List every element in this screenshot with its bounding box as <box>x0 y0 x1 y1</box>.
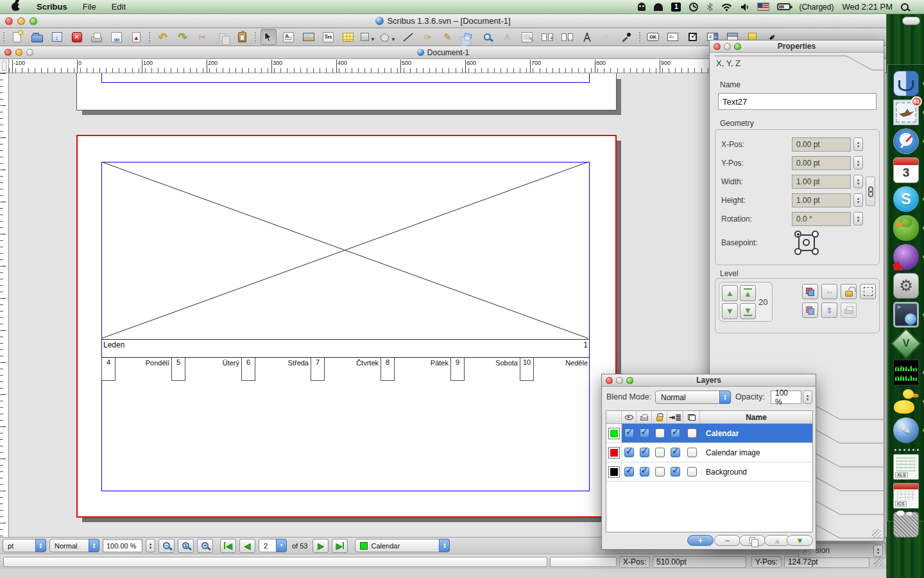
basepoint-widget[interactable] <box>793 229 820 256</box>
page-number-select[interactable]: 2▼ <box>259 539 287 552</box>
ungroup-button[interactable] <box>802 302 818 318</box>
link-width-height-icon[interactable] <box>866 177 875 206</box>
opacity-stepper[interactable]: ▲▼ <box>803 390 812 404</box>
layer-row-calendar-image[interactable]: Calendar image <box>606 443 812 462</box>
insert-polygon-button[interactable]: ▼ <box>380 29 396 45</box>
dock-item-classilla[interactable] <box>893 244 919 270</box>
lock-checkbox[interactable] <box>655 448 665 457</box>
insert-table-button[interactable] <box>340 29 356 45</box>
ruler-origin[interactable] <box>0 59 9 73</box>
dock-item-adium[interactable] <box>893 215 919 241</box>
dock-item-mail[interactable]: 61 <box>893 100 919 125</box>
insert-image-frame-button[interactable] <box>300 29 316 45</box>
layers-titlebar[interactable]: Layers <box>602 374 816 387</box>
layer-name[interactable]: Background <box>700 468 747 477</box>
apple-menu-icon[interactable] <box>12 3 20 11</box>
text-flow-checkbox[interactable] <box>671 467 680 477</box>
basepoint-top-right[interactable] <box>812 231 819 238</box>
window-titlebar[interactable]: Scribus 1.3.6.svn – [Document-1] <box>0 14 886 28</box>
dock-item-network-terminal[interactable] <box>893 302 919 328</box>
dock-item-trash[interactable] <box>893 512 919 538</box>
raise-level-button[interactable]: ▲ <box>722 285 738 301</box>
properties-titlebar[interactable]: Properties <box>710 40 884 53</box>
previous-page-button[interactable]: ◀ <box>239 539 255 553</box>
spotlight-icon[interactable] <box>901 3 909 11</box>
menu-extra-app-icon[interactable] <box>638 3 646 11</box>
image-frame[interactable] <box>101 162 590 340</box>
visible-checkbox[interactable] <box>624 428 634 438</box>
layer-color-swatch[interactable] <box>608 447 620 459</box>
lower-layer-button[interactable]: ▼ <box>787 535 813 546</box>
visible-checkbox[interactable] <box>624 448 634 457</box>
link-text-frames-button[interactable]: + <box>539 29 555 45</box>
menu-file[interactable]: File <box>75 2 104 12</box>
quality-select[interactable]: Normal▲▼ <box>49 539 99 552</box>
cut-button[interactable]: ✂ <box>194 29 210 45</box>
lock-size-button[interactable] <box>860 284 876 299</box>
zoom-100-button[interactable]: 1 <box>178 539 194 553</box>
layer-name[interactable]: Calendar <box>700 429 739 438</box>
day-number-frame[interactable]: 8 <box>381 358 395 381</box>
active-layer-select[interactable]: Calendar▲▼ <box>355 539 450 552</box>
edit-contents-button[interactable]: A <box>499 29 515 45</box>
text-flow-checkbox[interactable] <box>671 448 680 457</box>
xpos-field[interactable]: 0.00 pt <box>792 137 851 152</box>
tab-xyz[interactable]: X, Y, Z <box>716 58 740 68</box>
menu-scribus[interactable]: Scribus <box>29 2 75 12</box>
dock-item-safari[interactable] <box>893 128 919 154</box>
lock-checkbox[interactable] <box>655 467 665 477</box>
duplicate-layer-button[interactable] <box>739 535 766 546</box>
layer-color-swatch[interactable] <box>608 466 620 478</box>
ypos-stepper[interactable]: ▲▼ <box>853 156 863 170</box>
layer-color-swatch[interactable] <box>608 428 620 439</box>
text-flow-checkbox[interactable] <box>671 428 680 438</box>
day-header-row[interactable]: 4Pondělí 5Úterý 6Středa 7Čtvrtek 8Pátek … <box>101 357 590 381</box>
measurements-button[interactable] <box>579 29 595 45</box>
dock-item-system-preferences[interactable]: ⚙ <box>893 273 919 299</box>
export-pdf-button[interactable]: ▲ <box>128 29 144 45</box>
enable-printing-button[interactable] <box>841 302 857 318</box>
day-cell[interactable]: 9Sobota <box>450 358 520 381</box>
story-editor-button[interactable]: ✎ <box>519 29 535 45</box>
flip-vertical-button[interactable]: ⇕ <box>821 302 837 318</box>
day-number-frame[interactable]: 5 <box>171 358 185 381</box>
palette-resize-grip[interactable] <box>872 529 881 538</box>
volume-icon[interactable] <box>740 3 749 12</box>
dock-item-cyberduck[interactable] <box>893 389 919 414</box>
copy-button[interactable] <box>214 29 230 45</box>
window-resize-grip[interactable] <box>874 557 883 566</box>
paste-button[interactable] <box>234 29 250 45</box>
menu-clock[interactable]: Wed 2:21 PM <box>842 2 893 12</box>
visible-checkbox[interactable] <box>624 467 634 477</box>
insert-render-frame-button[interactable]: Tex <box>320 29 336 45</box>
time-machine-icon[interactable] <box>689 3 698 12</box>
lower-to-bottom-button[interactable]: ▼ <box>740 303 756 319</box>
opacity-field[interactable]: 100 % <box>771 390 801 404</box>
layer-name[interactable]: Calendar image <box>700 448 760 457</box>
vertical-ruler[interactable] <box>0 73 9 537</box>
insert-text-frame-button[interactable]: A <box>280 29 296 45</box>
objects-checkbox[interactable] <box>687 428 697 438</box>
current-page[interactable]: Leden 1 4Pondělí 5Úterý 6Středa 7Čtvrtek… <box>76 135 617 518</box>
add-layer-button[interactable]: + <box>687 535 714 546</box>
save-button[interactable]: ↓ <box>49 29 65 45</box>
previous-page-frame[interactable] <box>101 73 590 83</box>
unlink-text-frames-button[interactable]: ↔ <box>559 29 575 45</box>
zoom-document-icon[interactable] <box>26 49 33 56</box>
day-cell[interactable]: 4Pondělí <box>101 358 171 381</box>
dock-item-audio-spectrum[interactable] <box>893 360 919 385</box>
day-cell[interactable]: 8Pátek <box>381 358 450 381</box>
zoom-out-button[interactable]: − <box>158 539 175 553</box>
dock-item-ics-document[interactable]: ICS <box>893 483 919 509</box>
last-page-button[interactable]: ▶ <box>332 539 348 553</box>
lower-level-button[interactable]: ▼ <box>722 303 738 319</box>
height-field[interactable]: 1.00 pt <box>792 193 851 207</box>
dock-item-skype[interactable]: S <box>893 186 919 212</box>
basepoint-bottom-right[interactable] <box>812 248 819 255</box>
basepoint-center[interactable] <box>803 239 810 246</box>
zoom-window-button[interactable] <box>30 17 37 25</box>
bluetooth-icon[interactable] <box>706 3 713 12</box>
flip-horizontal-button[interactable]: ⇔ <box>821 284 837 299</box>
zoom-level-field[interactable]: 100.00 % <box>103 539 142 552</box>
basepoint-bottom-left[interactable] <box>794 248 801 255</box>
